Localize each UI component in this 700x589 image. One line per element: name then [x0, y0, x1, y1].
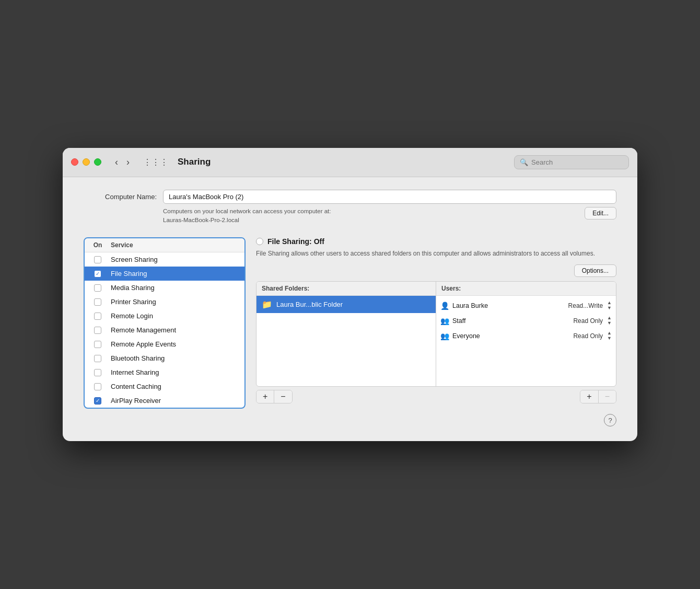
shared-folders-header: Shared Folders:	[256, 282, 436, 296]
service-name-printer-sharing: Printer Sharing	[111, 298, 244, 306]
options-row: Options...	[256, 264, 616, 277]
help-row: ?	[256, 414, 616, 426]
checkbox-cell-content-caching	[85, 383, 111, 390]
checkbox-cell-bluetooth-sharing	[85, 355, 111, 362]
checkbox-cell-airplay-receiver: ✓	[85, 397, 111, 405]
user-add-button[interactable]: +	[580, 390, 598, 403]
checkbox-cell-remote-apple-events	[85, 341, 111, 348]
service-item-screen-sharing[interactable]: Screen Sharing	[85, 252, 244, 267]
grid-icon[interactable]: ⋮⋮⋮	[143, 157, 168, 167]
stepper-laura-burke[interactable]: ▲ ▼	[607, 301, 612, 310]
stepper-down-icon: ▼	[607, 306, 612, 310]
service-name-screen-sharing: Screen Sharing	[111, 256, 244, 263]
stepper-up-icon: ▲	[607, 316, 612, 320]
service-item-bluetooth-sharing[interactable]: Bluetooth Sharing	[85, 351, 244, 365]
window-title: Sharing	[178, 157, 508, 167]
stepper-staff[interactable]: ▲ ▼	[607, 316, 612, 326]
stepper-everyone[interactable]: ▲ ▼	[607, 331, 612, 341]
checkbox-internet-sharing[interactable]	[94, 369, 101, 376]
service-name-airplay-receiver: AirPlay Receiver	[111, 397, 244, 405]
checkbox-cell-remote-management	[85, 327, 111, 334]
computer-name-desc: Computers on your local network can acce…	[163, 207, 576, 225]
user-icon-staff: 👥	[440, 317, 449, 325]
file-sharing-title: File Sharing: Off	[267, 237, 324, 246]
service-name-remote-management: Remote Management	[111, 326, 244, 334]
checkbox-content-caching[interactable]	[94, 383, 101, 390]
user-permission-laura-burke: Read...Write	[568, 302, 603, 309]
user-icon-laura-burke: 👤	[440, 302, 449, 310]
folder-add-remove-buttons: + −	[256, 390, 293, 403]
titlebar: ‹ › ⋮⋮⋮ Sharing 🔍	[63, 148, 637, 177]
users-section: Users: 👤 Laura Burke Read...Write	[436, 282, 616, 386]
service-item-internet-sharing[interactable]: Internet Sharing	[85, 365, 244, 379]
checkbox-cell-file-sharing: ✓	[85, 270, 111, 278]
folder-remove-button[interactable]: −	[274, 390, 291, 403]
right-panel: File Sharing: Off File Sharing allows ot…	[256, 237, 616, 426]
help-button[interactable]: ?	[604, 414, 616, 426]
service-item-remote-apple-events[interactable]: Remote Apple Events	[85, 337, 244, 351]
maximize-button[interactable]	[94, 158, 101, 166]
header-on: On	[85, 241, 111, 249]
user-permission-staff: Read Only	[573, 317, 603, 325]
stepper-down-icon: ▼	[607, 336, 612, 341]
search-icon: 🔍	[520, 158, 528, 166]
user-name-laura-burke: Laura Burke	[452, 302, 488, 309]
user-row-everyone: 👥 Everyone Read Only ▲ ▼	[436, 328, 616, 343]
computer-name-sub: Computers on your local network can acce…	[163, 207, 616, 225]
file-sharing-radio[interactable]	[256, 238, 263, 245]
computer-name-input[interactable]	[163, 190, 616, 204]
stepper-up-icon: ▲	[607, 301, 612, 305]
checkbox-media-sharing[interactable]	[94, 284, 101, 292]
checkbox-bluetooth-sharing[interactable]	[94, 355, 101, 362]
folders-users-panel: Shared Folders: 📁 Laura Bur...blic Folde…	[256, 281, 616, 387]
folder-item-laura-public[interactable]: 📁 Laura Bur...blic Folder	[256, 296, 436, 313]
service-name-remote-login: Remote Login	[111, 312, 244, 320]
forward-button[interactable]: ›	[123, 156, 133, 168]
checkbox-airplay-receiver[interactable]: ✓	[94, 397, 101, 405]
service-item-remote-login[interactable]: Remote Login	[85, 309, 244, 323]
user-remove-button[interactable]: −	[598, 390, 616, 403]
service-name-remote-apple-events: Remote Apple Events	[111, 340, 244, 348]
service-item-media-sharing[interactable]: Media Sharing	[85, 281, 244, 295]
close-button[interactable]	[71, 158, 78, 166]
service-item-file-sharing[interactable]: ✓ File Sharing	[85, 267, 244, 281]
checkbox-screen-sharing[interactable]	[94, 256, 101, 263]
folder-name: Laura Bur...blic Folder	[276, 301, 343, 308]
back-button[interactable]: ‹	[112, 156, 121, 168]
checkbox-cell-media-sharing	[85, 284, 111, 292]
options-button[interactable]: Options...	[574, 264, 616, 277]
content-area: Computer Name: Computers on your local n…	[63, 177, 637, 442]
service-list-header: On Service	[85, 238, 244, 252]
system-preferences-window: ‹ › ⋮⋮⋮ Sharing 🔍 Computer Name: Compute…	[63, 148, 637, 442]
checkbox-remote-login[interactable]	[94, 313, 101, 320]
service-list: On Service Screen Sharing ✓	[84, 237, 246, 409]
file-sharing-header: File Sharing: Off	[256, 237, 616, 246]
checkbox-cell-printer-sharing	[85, 298, 111, 306]
service-item-remote-management[interactable]: Remote Management	[85, 323, 244, 337]
file-sharing-description: File Sharing allows other users to acces…	[256, 249, 616, 258]
computer-name-row: Computer Name: Computers on your local n…	[84, 190, 616, 225]
service-item-content-caching[interactable]: Content Caching	[85, 379, 244, 394]
main-split: On Service Screen Sharing ✓	[84, 237, 616, 426]
user-permission-everyone: Read Only	[573, 332, 603, 340]
minimize-button[interactable]	[83, 158, 90, 166]
user-name-everyone: Everyone	[452, 332, 480, 340]
folder-icon: 📁	[262, 299, 272, 309]
checkbox-printer-sharing[interactable]	[94, 298, 101, 306]
shared-folders-section: Shared Folders: 📁 Laura Bur...blic Folde…	[256, 282, 436, 386]
service-item-printer-sharing[interactable]: Printer Sharing	[85, 295, 244, 309]
service-name-file-sharing: File Sharing	[111, 270, 244, 278]
checkbox-remote-management[interactable]	[94, 327, 101, 334]
service-item-airplay-receiver[interactable]: ✓ AirPlay Receiver	[85, 394, 244, 408]
stepper-down-icon: ▼	[607, 321, 612, 326]
search-input[interactable]	[531, 158, 623, 166]
traffic-lights	[71, 158, 101, 166]
checkbox-remote-apple-events[interactable]	[94, 341, 101, 348]
folder-add-button[interactable]: +	[256, 390, 274, 403]
user-row-laura-burke: 👤 Laura Burke Read...Write ▲ ▼	[436, 298, 616, 313]
stepper-up-icon: ▲	[607, 331, 612, 336]
edit-button[interactable]: Edit...	[585, 207, 616, 220]
checkbox-file-sharing[interactable]: ✓	[94, 270, 101, 278]
checkbox-cell-internet-sharing	[85, 369, 111, 376]
user-info-laura-burke: 👤 Laura Burke	[440, 302, 564, 310]
